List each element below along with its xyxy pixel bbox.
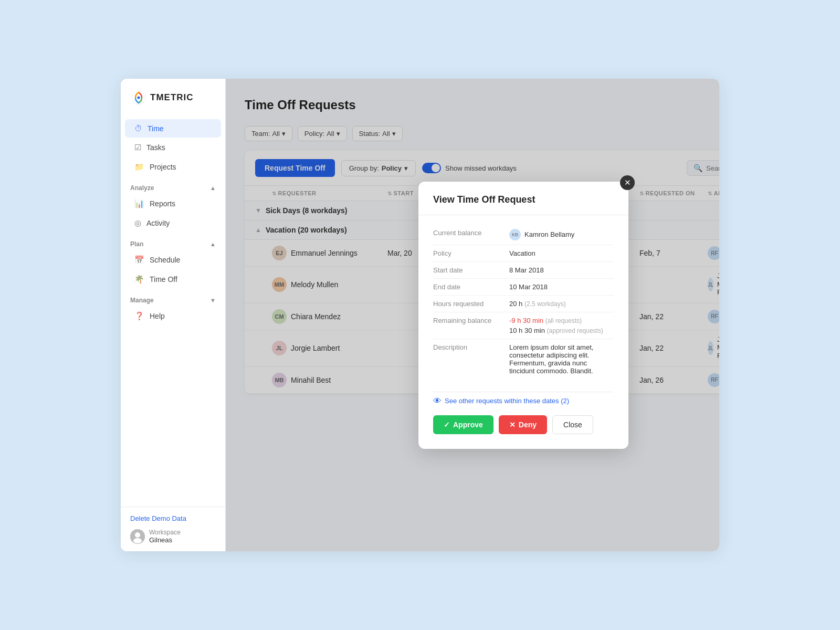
status-filter[interactable]: Status: All ▾ — [352, 126, 403, 141]
row0-avatar: EJ — [272, 246, 287, 260]
detail-row-policy: Policy Vacation — [433, 245, 614, 262]
detail-row-remaining: Remaining balance -9 h 30 min (all reque… — [433, 312, 614, 339]
row4-avatar: MB — [272, 373, 287, 387]
deny-icon: ✕ — [509, 421, 516, 429]
deny-button[interactable]: ✕ Deny — [499, 415, 547, 434]
tasks-icon: ☑ — [134, 143, 141, 152]
manage-chevron: ▼ — [210, 297, 216, 303]
col-requester-arrows: ⇅ — [272, 191, 277, 196]
close-button[interactable]: Close — [552, 415, 593, 434]
row2-requester-name: Chiara Mendez — [291, 312, 341, 321]
row1-requester: MM Melody Mullen — [272, 277, 387, 292]
activity-icon: ◎ — [134, 218, 141, 228]
row2-avatar: CM — [272, 309, 287, 324]
row3-requester: JL Jorgie Lambert — [272, 341, 387, 355]
groupby-value: Policy — [382, 164, 402, 172]
col-approver[interactable]: ⇅ APPROVER — [708, 190, 719, 196]
see-other-requests-link[interactable]: 👁 See other requests within these dates … — [433, 392, 614, 406]
col-requested-arrows: ⇅ — [639, 191, 644, 196]
sidebar-item-time-label: Time — [148, 124, 164, 133]
row2-approver-avatar: RF — [708, 310, 719, 323]
sidebar-item-activity[interactable]: ◎ Activity — [125, 214, 221, 233]
detail-desc-value: Lorem ipsum dolor sit amet, consectetur … — [509, 343, 614, 375]
show-missed-toggle[interactable] — [422, 163, 441, 173]
detail-remaining-value: -9 h 30 min (all requests) 10 h 30 min (… — [509, 317, 614, 334]
filter-bar: Team: All ▾ Policy: All ▾ Status: All ▾ — [245, 126, 719, 141]
reports-icon: 📊 — [134, 199, 144, 208]
detail-balance-value: KB Kamron Bellamy — [509, 229, 614, 240]
row4-approver: RF Ronald Forster — [708, 373, 719, 387]
delete-demo-link[interactable]: Delete Demo Data — [130, 514, 216, 522]
sidebar-item-reports[interactable]: 📊 Reports — [125, 194, 221, 213]
sidebar-bottom: Delete Demo Data Workspace Gilneas — [121, 507, 225, 551]
page-title: Time Off Requests — [245, 98, 356, 112]
status-filter-label: Status: — [359, 130, 380, 138]
plan-section-header[interactable]: Plan ▲ — [121, 233, 225, 250]
detail-start-value: 8 Mar 2018 — [509, 266, 614, 274]
policy-filter-chevron: ▾ — [337, 130, 340, 138]
time-icon: ⏱ — [134, 124, 142, 133]
row1-avatar: MM — [272, 277, 287, 292]
analyze-section-header[interactable]: Analyze ▲ — [121, 177, 225, 194]
group-by-button[interactable]: Group by: Policy ▾ — [341, 160, 416, 176]
toggle-row: Show missed workdays — [422, 163, 517, 173]
row3-approver-name: José Luis Juan Miguel Ángel Francisco Je… — [717, 336, 719, 361]
row1-approver: JL José Luis Juan Miguel Ángel Francisco… — [708, 272, 719, 297]
row3-requested-on: Jan, 22 — [639, 344, 708, 352]
col-requested-on[interactable]: ⇅ REQUESTED ON — [639, 190, 708, 196]
sidebar-item-reports-label: Reports — [150, 200, 175, 208]
approve-button[interactable]: ✓ Approve — [433, 415, 494, 434]
modal-actions: ✓ Approve ✕ Deny Close — [418, 406, 628, 434]
team-filter[interactable]: Team: All ▾ — [245, 126, 292, 141]
balance-user-avatar: KB — [509, 229, 521, 240]
sick-days-label: Sick Days (8 workdays) — [266, 206, 348, 215]
sidebar-item-projects[interactable]: 📁 Projects — [125, 158, 221, 176]
sidebar-item-activity-label: Activity — [146, 219, 170, 227]
sidebar-item-tasks[interactable]: ☑ Tasks — [125, 138, 221, 157]
row0-requester: EJ Emmanuel Jennings — [272, 246, 387, 260]
detail-end-label: End date — [433, 283, 509, 291]
analyze-chevron: ▲ — [210, 185, 216, 191]
detail-desc-label: Description — [433, 343, 509, 375]
svg-point-4 — [135, 532, 140, 538]
col-requester-label: REQUESTER — [278, 190, 317, 196]
detail-start-label: Start date — [433, 266, 509, 274]
sidebar-item-help[interactable]: ❓ Help — [125, 307, 221, 326]
app-container: TMETRIC ⏱ Time ☑ Tasks 📁 Projects Analyz… — [121, 79, 719, 551]
col-expand — [255, 190, 272, 196]
col-requested-label: REQUESTED ON — [646, 190, 695, 196]
search-input[interactable] — [706, 164, 719, 172]
workspace-name: Gilneas — [149, 536, 181, 544]
sidebar-item-timeoff[interactable]: 🌴 Time Off — [125, 270, 221, 289]
row0-approver: RF Ronald Forster — [708, 246, 719, 260]
detail-hours-suffix: (2.5 workdays) — [524, 300, 566, 308]
modal-close-button[interactable]: ✕ — [620, 175, 635, 190]
detail-row-end: End date 10 Mar 2018 — [433, 279, 614, 296]
request-time-off-button[interactable]: Request Time Off — [255, 159, 335, 177]
approve-label: Approve — [453, 421, 483, 429]
row2-requested-on: Jan, 22 — [639, 312, 708, 321]
logo-text: TMETRIC — [150, 92, 194, 103]
detail-policy-label: Policy — [433, 249, 509, 257]
modal-header: View Time Off Request — [418, 182, 628, 215]
sidebar-item-time[interactable]: ⏱ Time — [125, 119, 221, 138]
team-filter-chevron: ▾ — [282, 130, 286, 138]
manage-section-header[interactable]: Manage ▼ — [121, 289, 225, 306]
vacation-chevron: ▲ — [255, 226, 261, 234]
see-other-label: See other requests within these dates (2… — [445, 397, 569, 405]
modal-body: Current balance KB Kamron Bellamy Policy… — [418, 215, 628, 384]
search-input-wrap: 🔍 — [687, 160, 719, 176]
sidebar-nav: ⏱ Time ☑ Tasks 📁 Projects Analyze ▲ 📊 Re… — [121, 114, 225, 507]
policy-filter[interactable]: Policy: All ▾ — [298, 126, 347, 141]
groupby-label: Group by: — [349, 164, 379, 172]
workspace-avatar — [130, 529, 145, 544]
sidebar-item-schedule[interactable]: 📅 Schedule — [125, 250, 221, 269]
plan-chevron: ▲ — [210, 241, 216, 247]
col-start-label: START — [394, 190, 414, 196]
col-requester[interactable]: ⇅ REQUESTER — [272, 190, 387, 196]
row4-approver-avatar: RF — [708, 373, 719, 387]
remaining-approved-suffix: (approved requests) — [547, 327, 603, 334]
remaining-all-suffix: (all requests) — [545, 317, 582, 324]
row4-requester: MB Minahil Best — [272, 373, 387, 387]
sidebar-item-timeoff-label: Time Off — [150, 275, 177, 284]
